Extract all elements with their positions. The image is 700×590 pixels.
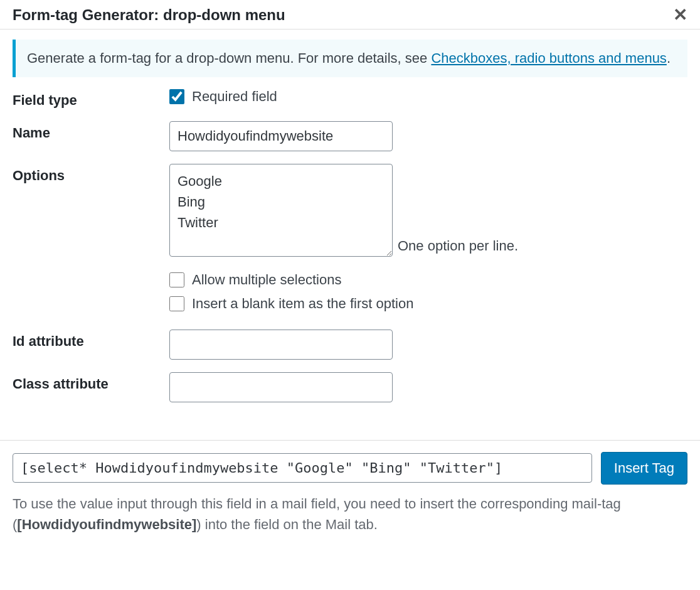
info-link[interactable]: Checkboxes, radio buttons and menus bbox=[431, 50, 666, 66]
tag-row: Insert Tag bbox=[13, 452, 687, 485]
insert-blank-wrap[interactable]: Insert a blank item as the first option bbox=[169, 296, 687, 312]
options-textarea[interactable] bbox=[169, 164, 393, 257]
dialog-header: Form-tag Generator: drop-down menu ✕ bbox=[0, 0, 700, 30]
class-label: Class attribute bbox=[13, 372, 169, 392]
options-hint: One option per line. bbox=[398, 238, 518, 257]
dialog-title: Form-tag Generator: drop-down menu bbox=[13, 6, 285, 24]
insert-tag-button[interactable]: Insert Tag bbox=[601, 452, 687, 485]
info-banner: Generate a form-tag for a drop-down menu… bbox=[13, 40, 687, 77]
allow-multiple-wrap[interactable]: Allow multiple selections bbox=[169, 272, 687, 288]
form-area: Field type Required field Name Options O… bbox=[0, 88, 700, 402]
required-field-wrap[interactable]: Required field bbox=[169, 88, 687, 105]
insert-blank-label: Insert a blank item as the first option bbox=[192, 296, 413, 312]
id-label: Id attribute bbox=[13, 330, 169, 350]
id-input[interactable] bbox=[169, 330, 393, 360]
row-name: Name bbox=[13, 121, 687, 151]
name-label: Name bbox=[13, 121, 169, 141]
field-type-label: Field type bbox=[13, 88, 169, 109]
tag-output[interactable] bbox=[13, 453, 592, 483]
insert-blank-checkbox[interactable] bbox=[169, 296, 184, 311]
row-id: Id attribute bbox=[13, 330, 687, 360]
row-class: Class attribute bbox=[13, 372, 687, 402]
required-checkbox[interactable] bbox=[169, 89, 184, 104]
required-label: Required field bbox=[192, 88, 277, 105]
footer-hint: To use the value input through this fiel… bbox=[13, 493, 687, 546]
allow-multiple-label: Allow multiple selections bbox=[192, 272, 341, 288]
hint-after: ) into the field on the Mail tab. bbox=[196, 517, 378, 532]
options-label: Options bbox=[13, 164, 169, 184]
bottom-bar: Insert Tag To use the value input throug… bbox=[0, 440, 700, 546]
close-icon[interactable]: ✕ bbox=[673, 6, 687, 24]
info-text-after: . bbox=[667, 50, 671, 66]
row-field-type: Field type Required field bbox=[13, 88, 687, 109]
allow-multiple-checkbox[interactable] bbox=[169, 272, 184, 287]
hint-mail-tag: [Howdidyoufindmywebsite] bbox=[17, 517, 196, 532]
info-text-before: Generate a form-tag for a drop-down menu… bbox=[27, 50, 431, 66]
class-input[interactable] bbox=[169, 372, 393, 402]
name-input[interactable] bbox=[169, 121, 393, 151]
row-options: Options One option per line. Allow multi… bbox=[13, 164, 687, 312]
